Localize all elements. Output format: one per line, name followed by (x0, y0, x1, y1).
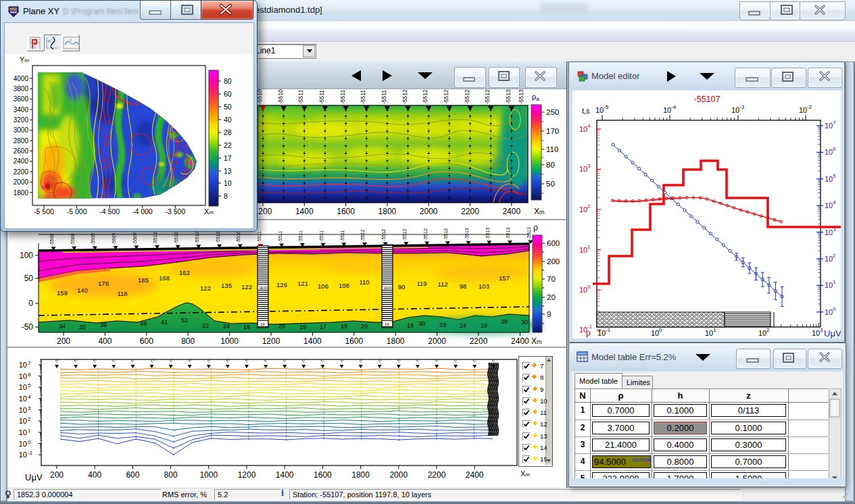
svg-text:159: 159 (57, 289, 68, 297)
svg-text:-5512: -5512 (401, 89, 408, 104)
svg-text:-5511: -5511 (318, 90, 325, 104)
svg-text:-5511: -5511 (381, 90, 387, 104)
svg-text:10: 10 (595, 106, 604, 114)
svg-text:2000: 2000 (428, 336, 446, 346)
svg-text:22: 22 (202, 322, 209, 329)
svg-text:10: 10 (19, 361, 27, 369)
svg-text:39: 39 (100, 322, 107, 328)
svg-text:800: 800 (181, 336, 195, 346)
svg-text:19: 19 (243, 324, 250, 330)
svg-text:110: 110 (359, 278, 369, 286)
svg-text:2000: 2000 (420, 207, 438, 216)
svg-text:7: 7 (28, 360, 31, 366)
svg-text:10: 10 (19, 417, 27, 425)
svg-text:-50: -50 (22, 322, 34, 332)
svg-text:10: 10 (663, 106, 671, 114)
svg-text:-5510: -5510 (153, 232, 158, 245)
svg-text:-5: -5 (340, 359, 344, 363)
svg-text:2400: 2400 (14, 157, 29, 165)
svg-text:800: 800 (164, 470, 178, 480)
svg-text:10: 10 (19, 440, 27, 448)
svg-text:19: 19 (385, 322, 389, 326)
svg-text:-5513: -5513 (527, 227, 531, 239)
svg-text:10: 10 (705, 329, 713, 337)
svg-text:Xm: Xm (204, 207, 214, 216)
svg-text:18: 18 (407, 322, 414, 329)
svg-text:103: 103 (479, 282, 489, 290)
svg-text:118: 118 (117, 290, 127, 297)
svg-text:1E00: 1E00 (383, 286, 392, 290)
svg-text:-5509: -5509 (91, 233, 95, 245)
svg-text:1200: 1200 (255, 207, 272, 216)
svg-text:90: 90 (398, 283, 406, 291)
svg-text:-5512: -5512 (422, 89, 429, 104)
svg-text:250: 250 (546, 108, 559, 116)
svg-text:1400: 1400 (303, 336, 322, 346)
svg-text:600: 600 (126, 470, 139, 480)
svg-text:10: 10 (19, 395, 27, 403)
svg-text:-5: -5 (130, 359, 135, 363)
svg-text:-5513: -5513 (505, 89, 512, 104)
svg-text:600: 600 (140, 336, 153, 346)
svg-text:19: 19 (299, 324, 306, 330)
svg-text:-4 500: -4 500 (99, 207, 120, 216)
svg-text:3000: 3000 (14, 126, 29, 134)
svg-text:-5: -5 (359, 359, 363, 363)
svg-text:0: 0 (28, 299, 33, 308)
svg-text:10: 10 (825, 255, 833, 263)
svg-text:-5 000: -5 000 (67, 207, 87, 216)
svg-text:2: 2 (28, 416, 31, 422)
svg-text:-5508: -5508 (49, 234, 54, 246)
svg-text:80: 80 (224, 77, 232, 85)
svg-text:3400: 3400 (14, 106, 29, 114)
svg-text:20: 20 (361, 323, 368, 330)
svg-text:10: 10 (579, 246, 587, 254)
svg-text:52: 52 (181, 317, 188, 324)
svg-text:10: 10 (579, 165, 587, 173)
svg-text:-3: -3 (739, 104, 745, 110)
svg-text:-5511: -5511 (257, 231, 262, 243)
svg-text:20: 20 (547, 293, 556, 301)
svg-text:Xm: Xm (534, 207, 545, 216)
svg-text:-5: -5 (301, 359, 306, 363)
svg-text:10: 10 (758, 329, 766, 337)
svg-text:-4 000: -4 000 (132, 207, 153, 216)
svg-text:6: 6 (833, 146, 836, 152)
svg-text:19: 19 (341, 323, 347, 330)
svg-text:-5510: -5510 (277, 89, 284, 104)
svg-text:10: 10 (19, 428, 27, 436)
svg-text:-5: -5 (397, 359, 401, 363)
svg-text:1: 1 (713, 327, 716, 333)
svg-text:2400: 2400 (511, 336, 529, 346)
svg-text:200: 200 (57, 336, 70, 346)
svg-text:-5512: -5512 (381, 229, 386, 241)
svg-text:200: 200 (547, 257, 560, 266)
svg-text:1800: 1800 (378, 207, 397, 216)
svg-text:2200: 2200 (461, 207, 479, 216)
svg-text:-5: -5 (226, 359, 230, 363)
svg-text:400: 400 (98, 336, 112, 346)
svg-text:-5: -5 (169, 359, 173, 363)
svg-text:2200: 2200 (428, 470, 446, 480)
svg-text:10: 10 (19, 406, 27, 414)
svg-text:-5511: -5511 (340, 230, 345, 241)
svg-text:8: 8 (224, 192, 228, 200)
svg-text:-5512: -5512 (423, 228, 428, 241)
svg-text:2: 2 (833, 253, 836, 259)
svg-text:-5: -5 (378, 359, 382, 363)
svg-text:106: 106 (318, 282, 328, 290)
svg-text:t: t (70, 38, 72, 42)
svg-text:4: 4 (833, 199, 836, 205)
svg-text:112: 112 (437, 280, 447, 288)
svg-text:-1: -1 (606, 327, 611, 333)
svg-text:1200: 1200 (238, 470, 256, 480)
svg-text:-5510: -5510 (174, 232, 178, 244)
svg-text:10: 10 (825, 228, 833, 236)
svg-text:4: 4 (587, 123, 591, 129)
svg-text:2: 2 (587, 203, 591, 209)
svg-text:-5: -5 (264, 359, 268, 363)
svg-text:98: 98 (460, 282, 467, 290)
svg-text:100: 100 (20, 251, 33, 260)
svg-text:4000: 4000 (14, 75, 29, 82)
svg-text:185: 185 (138, 276, 149, 284)
